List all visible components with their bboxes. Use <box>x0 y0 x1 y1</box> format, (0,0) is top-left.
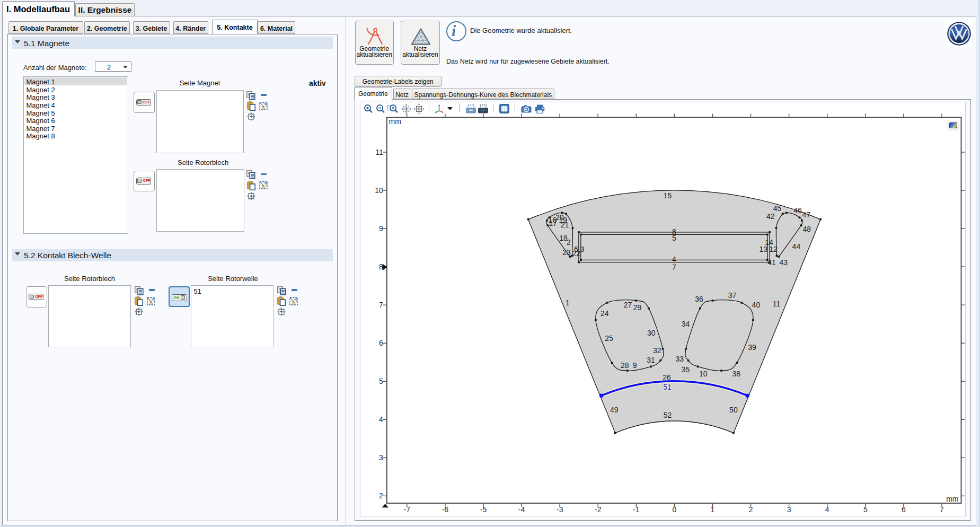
svg-text:11: 11 <box>773 300 781 308</box>
svg-text:-2: -2 <box>595 505 602 514</box>
svg-text:36: 36 <box>695 295 703 303</box>
svg-text:45: 45 <box>773 204 782 213</box>
svg-text:-5: -5 <box>480 505 487 514</box>
svg-text:5: 5 <box>863 505 868 514</box>
svg-text:12: 12 <box>769 245 778 253</box>
svg-text:26: 26 <box>663 373 671 382</box>
svg-text:6: 6 <box>902 505 906 514</box>
svg-text:7: 7 <box>672 263 676 271</box>
svg-text:2: 2 <box>749 505 753 514</box>
svg-text:43: 43 <box>780 258 788 267</box>
svg-text:7: 7 <box>940 505 944 514</box>
svg-text:2: 2 <box>379 491 383 500</box>
svg-text:27: 27 <box>624 301 632 309</box>
svg-text:11: 11 <box>375 148 383 156</box>
svg-text:48: 48 <box>803 225 811 233</box>
svg-text:33: 33 <box>675 355 684 363</box>
svg-text:-1: -1 <box>633 505 640 514</box>
svg-text:-7: -7 <box>404 505 411 514</box>
svg-text:4: 4 <box>379 415 383 424</box>
svg-text:50: 50 <box>729 406 738 414</box>
svg-text:46: 46 <box>793 206 802 215</box>
svg-text:6: 6 <box>379 339 383 347</box>
svg-text:39: 39 <box>748 343 756 352</box>
svg-text:-6: -6 <box>442 505 449 514</box>
svg-text:15: 15 <box>664 191 672 200</box>
svg-text:49: 49 <box>610 406 619 414</box>
svg-text:0: 0 <box>673 505 677 514</box>
svg-text:28: 28 <box>621 361 629 370</box>
svg-text:1: 1 <box>566 298 570 307</box>
svg-text:38: 38 <box>732 370 741 378</box>
svg-text:10: 10 <box>375 186 383 195</box>
svg-text:13: 13 <box>760 245 768 253</box>
svg-text:44: 44 <box>792 242 801 251</box>
svg-text:2: 2 <box>567 238 571 247</box>
svg-text:7: 7 <box>379 301 383 309</box>
svg-text:37: 37 <box>728 291 737 300</box>
svg-text:40: 40 <box>752 301 761 309</box>
svg-text:29: 29 <box>633 303 642 312</box>
svg-text:22: 22 <box>572 249 580 258</box>
svg-text:9: 9 <box>379 224 383 233</box>
svg-text:23: 23 <box>562 248 571 257</box>
svg-text:9: 9 <box>633 361 637 370</box>
svg-text:5: 5 <box>672 234 676 242</box>
svg-text:5: 5 <box>379 377 383 385</box>
svg-text:42: 42 <box>766 212 775 221</box>
svg-text:31: 31 <box>647 356 655 364</box>
svg-text:1: 1 <box>711 505 715 514</box>
svg-text:3: 3 <box>787 505 791 514</box>
svg-text:35: 35 <box>682 365 690 374</box>
svg-text:mm: mm <box>389 117 401 126</box>
svg-text:52: 52 <box>664 411 672 419</box>
svg-text:25: 25 <box>605 334 613 342</box>
svg-text:30: 30 <box>647 329 656 337</box>
svg-text:21: 21 <box>561 221 569 229</box>
svg-text:4: 4 <box>825 505 829 514</box>
svg-text:-3: -3 <box>557 505 563 514</box>
svg-text:32: 32 <box>653 346 661 355</box>
svg-text:51: 51 <box>663 383 672 391</box>
svg-text:17: 17 <box>549 219 558 227</box>
svg-text:10: 10 <box>699 370 708 378</box>
svg-text:24: 24 <box>601 309 609 318</box>
svg-text:-4: -4 <box>518 505 525 514</box>
svg-text:3: 3 <box>379 453 383 462</box>
svg-text:47: 47 <box>802 210 811 219</box>
svg-text:3: 3 <box>580 245 584 253</box>
svg-text:mm: mm <box>946 495 958 503</box>
svg-text:41: 41 <box>767 258 776 267</box>
svg-text:34: 34 <box>682 320 690 328</box>
